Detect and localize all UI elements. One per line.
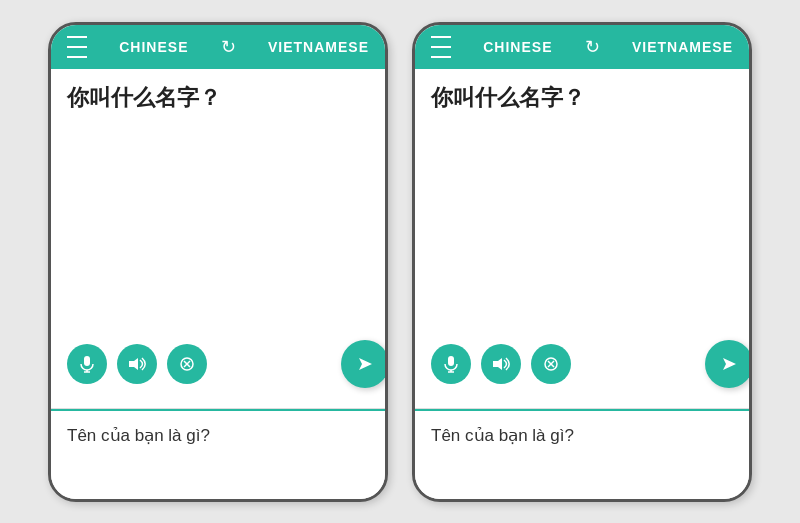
source-panel-1: 你叫什么名字？ bbox=[51, 69, 385, 409]
swap-icon-2: ↻ bbox=[585, 36, 600, 58]
source-controls-1 bbox=[67, 344, 369, 394]
target-text-2: Tên của bạn là gì? bbox=[431, 425, 733, 446]
source-text-1: 你叫什么名字？ bbox=[67, 83, 369, 344]
source-lang-2[interactable]: CHINESE bbox=[483, 39, 552, 55]
menu-icon-1[interactable] bbox=[67, 34, 87, 60]
phone-1: CHINESE ↻ VIETNAMESE 你叫什么名字？ bbox=[48, 22, 388, 502]
source-text-2: 你叫什么名字？ bbox=[431, 83, 733, 344]
source-controls-2 bbox=[431, 344, 733, 394]
source-panel-2: 你叫什么名字？ bbox=[415, 69, 749, 409]
target-lang-1[interactable]: VIETNAMESE bbox=[268, 39, 369, 55]
target-text-1: Tên của bạn là gì? bbox=[67, 425, 369, 446]
svg-marker-3 bbox=[129, 358, 138, 370]
target-panel-2: Tên của bạn là gì? bbox=[415, 409, 749, 499]
app-container: CHINESE ↻ VIETNAMESE 你叫什么名字？ bbox=[48, 22, 752, 502]
clear-button-1[interactable] bbox=[167, 344, 207, 384]
svg-marker-7 bbox=[359, 358, 372, 370]
clear-button-2[interactable] bbox=[531, 344, 571, 384]
swap-button-2[interactable]: ↻ bbox=[585, 36, 600, 58]
header-1: CHINESE ↻ VIETNAMESE bbox=[51, 25, 385, 69]
send-button-2[interactable] bbox=[705, 340, 752, 388]
source-lang-1[interactable]: CHINESE bbox=[119, 39, 188, 55]
target-lang-2[interactable]: VIETNAMESE bbox=[632, 39, 733, 55]
svg-marker-15 bbox=[723, 358, 736, 370]
target-panel-1: Tên của bạn là gì? bbox=[51, 409, 385, 499]
mic-button-2[interactable] bbox=[431, 344, 471, 384]
menu-icon-2[interactable] bbox=[431, 34, 451, 60]
speaker-button-2[interactable] bbox=[481, 344, 521, 384]
svg-rect-0 bbox=[84, 356, 90, 366]
svg-marker-11 bbox=[493, 358, 502, 370]
header-2: CHINESE ↻ VIETNAMESE bbox=[415, 25, 749, 69]
send-button-1[interactable] bbox=[341, 340, 388, 388]
swap-button-1[interactable]: ↻ bbox=[221, 36, 236, 58]
swap-icon-1: ↻ bbox=[221, 36, 236, 58]
mic-button-1[interactable] bbox=[67, 344, 107, 384]
speaker-button-1[interactable] bbox=[117, 344, 157, 384]
content-1: 你叫什么名字？ bbox=[51, 69, 385, 499]
content-2: 你叫什么名字？ bbox=[415, 69, 749, 499]
svg-rect-8 bbox=[448, 356, 454, 366]
phone-2: CHINESE ↻ VIETNAMESE 你叫什么名字？ bbox=[412, 22, 752, 502]
